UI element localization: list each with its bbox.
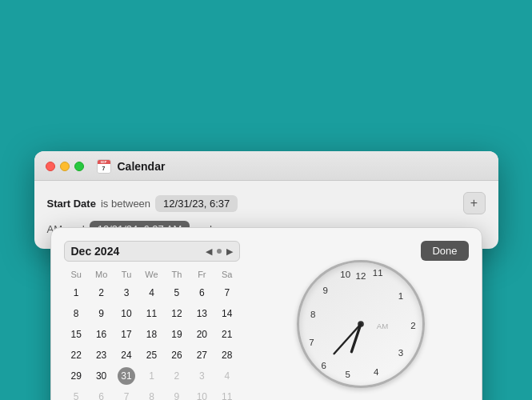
nav-dot: [217, 249, 222, 254]
weekday-header-cell: Mo: [89, 268, 114, 282]
calendar-day[interactable]: 18: [139, 324, 164, 345]
calendar-section: Dec 2024 ◀ ▶ SuMoTuWeThFrSa 123456789101…: [64, 241, 240, 400]
svg-text:10: 10: [340, 270, 350, 279]
calendar-day[interactable]: 2: [164, 366, 189, 386]
calendar-day[interactable]: 6: [190, 282, 214, 303]
svg-text:6: 6: [321, 361, 326, 370]
weekday-header-cell: We: [139, 268, 164, 282]
weekday-header-cell: Fr: [190, 268, 214, 282]
weekday-header-cell: Sa: [214, 268, 239, 282]
maximize-button[interactable]: [74, 162, 84, 171]
calendar-day[interactable]: 2: [89, 282, 114, 303]
svg-text:11: 11: [372, 268, 382, 278]
calendar-day[interactable]: 31: [114, 366, 138, 386]
calendar-day[interactable]: 15: [64, 324, 89, 345]
calendar-day[interactable]: 7: [214, 282, 239, 303]
calendar-day[interactable]: 3: [114, 282, 138, 303]
svg-text:1: 1: [398, 291, 402, 301]
calendar-day[interactable]: 13: [190, 303, 214, 324]
calendar-day[interactable]: 1: [139, 366, 164, 386]
svg-text:3: 3: [398, 348, 402, 358]
calendar-day[interactable]: 4: [139, 282, 164, 303]
svg-text:9: 9: [322, 286, 327, 295]
calendar-day[interactable]: 9: [164, 386, 189, 400]
calendar-day[interactable]: 20: [190, 324, 214, 345]
clock-svg: 12 1 2 3 4 5 6 7 8 9 10 11 AM: [299, 262, 422, 386]
calendar-day[interactable]: 28: [214, 345, 239, 366]
clock-section: 12 1 2 3 4 5 6 7 8 9 10 11 AM: [253, 241, 469, 400]
calendar-day[interactable]: 1: [64, 282, 89, 303]
calendar-day[interactable]: 7: [114, 386, 138, 400]
app-icon: SEP 7: [97, 159, 111, 174]
svg-text:12: 12: [355, 271, 366, 281]
calendar-day[interactable]: 5: [164, 282, 189, 303]
svg-text:2: 2: [410, 321, 415, 330]
calendar-day[interactable]: 25: [139, 345, 164, 366]
calendar-day[interactable]: 11: [139, 303, 164, 324]
next-month-button[interactable]: ▶: [226, 246, 233, 257]
calendar-day[interactable]: 22: [64, 345, 89, 366]
calendar-header: Dec 2024 ◀ ▶: [64, 241, 240, 262]
svg-text:7: 7: [309, 338, 314, 347]
calendar-day[interactable]: 9: [89, 303, 114, 324]
calendar-day[interactable]: 16: [89, 324, 114, 345]
close-button[interactable]: [46, 162, 55, 171]
calendar-day[interactable]: 24: [114, 345, 138, 366]
weekday-header-cell: Tu: [114, 268, 138, 282]
calendar-day[interactable]: 5: [64, 386, 89, 400]
svg-text:8: 8: [310, 310, 315, 319]
svg-text:AM: AM: [376, 322, 387, 330]
minimize-button[interactable]: [60, 162, 70, 171]
calendar-day[interactable]: 8: [64, 303, 89, 324]
plus-icon: +: [470, 197, 478, 210]
calendar-day[interactable]: 17: [114, 324, 138, 345]
calendar-month-year: Dec 2024: [71, 245, 120, 258]
traffic-lights: [46, 162, 84, 171]
calendar-day[interactable]: 8: [139, 386, 164, 400]
calendar-day[interactable]: 26: [164, 345, 189, 366]
calendar-grid: SuMoTuWeThFrSa 1234567891011121314151617…: [64, 268, 240, 400]
filter-value-1[interactable]: 12/31/23, 6:37: [155, 195, 238, 212]
title-bar: SEP 7 Calendar: [34, 151, 498, 181]
weekday-header-cell: Su: [64, 268, 89, 282]
calendar-nav: ◀ ▶: [206, 246, 233, 257]
filter-label: Start Date: [47, 198, 96, 210]
calendar-day[interactable]: 6: [89, 386, 114, 400]
calendar-day[interactable]: 29: [64, 366, 89, 386]
window-container: SEP 7 Calendar Start Date is between 12/…: [34, 151, 498, 249]
calendar-day[interactable]: 10: [190, 386, 214, 400]
add-filter-button[interactable]: +: [463, 192, 486, 214]
calendar-day[interactable]: 12: [164, 303, 189, 324]
done-button[interactable]: Done: [421, 241, 468, 261]
svg-text:5: 5: [345, 370, 350, 379]
picker-panel: Dec 2024 ◀ ▶ SuMoTuWeThFrSa 123456789101…: [50, 227, 482, 400]
weekday-header-cell: Th: [164, 268, 189, 282]
calendar-day[interactable]: 11: [214, 386, 239, 400]
svg-text:4: 4: [374, 367, 379, 377]
filter-row-1: Start Date is between 12/31/23, 6:37 +: [47, 192, 486, 214]
calendar-day[interactable]: 3: [190, 366, 214, 386]
calendar-day[interactable]: 23: [89, 345, 114, 366]
calendar-day[interactable]: 19: [164, 324, 189, 345]
calendar-day[interactable]: 10: [114, 303, 138, 324]
window-title: Calendar: [118, 160, 166, 173]
calendar-day[interactable]: 30: [89, 366, 114, 386]
prev-month-button[interactable]: ◀: [206, 246, 212, 257]
clock-face: 12 1 2 3 4 5 6 7 8 9 10 11 AM: [297, 260, 425, 388]
filter-operator: is between: [101, 198, 150, 210]
calendar-day[interactable]: 14: [214, 303, 239, 324]
calendar-day[interactable]: 21: [214, 324, 239, 345]
calendar-day[interactable]: 27: [190, 345, 214, 366]
calendar-day[interactable]: 4: [214, 366, 239, 386]
